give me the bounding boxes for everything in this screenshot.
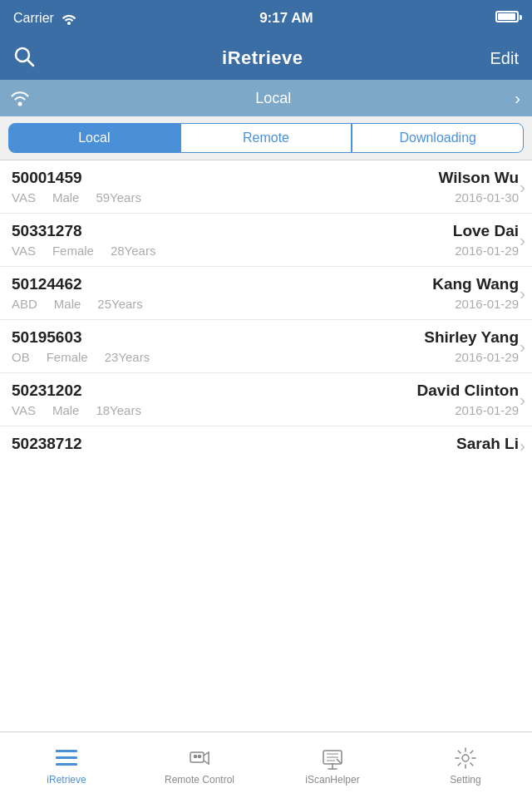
patient-date: 2016-01-29 (455, 297, 519, 311)
patient-age: 18Years (96, 403, 141, 417)
patient-name: Wilson Wu (438, 169, 519, 187)
app-title: iRetrieve (222, 47, 303, 69)
row-chevron-icon: › (520, 337, 525, 356)
row-chevron-icon: › (520, 230, 525, 249)
bottom-tab-iscanhelper-label: iScanHelper (305, 774, 359, 786)
bottom-tab-remote-label: Remote Control (165, 774, 234, 786)
patient-id: 50124462 (12, 275, 82, 293)
status-time: 9:17 AM (259, 10, 313, 27)
carrier-label: Carrier (13, 11, 54, 26)
patient-name: Love Dai (453, 222, 519, 240)
list-icon (54, 746, 79, 771)
table-row[interactable]: 50124462 Kang Wang ABD Male 25Years 2016… (0, 267, 532, 320)
patient-type: OB (12, 350, 30, 364)
bottom-tab-iretrieve[interactable]: iRetrieve (0, 732, 133, 798)
remote-control-icon (187, 746, 212, 771)
patient-gender: Female (52, 244, 94, 258)
patient-id: 50195603 (12, 328, 82, 347)
svg-point-11 (462, 755, 469, 761)
bottom-tab-remote-control[interactable]: Remote Control (133, 732, 266, 798)
tab-local[interactable]: Local (8, 123, 180, 153)
tabs-container: Local Remote Downloading (0, 116, 532, 160)
patient-id: 50331278 (12, 222, 82, 240)
wifi-icon (9, 87, 31, 109)
patient-gender: Male (54, 297, 81, 311)
patient-name: David Clinton (417, 382, 519, 400)
table-row[interactable]: 50331278 Love Dai VAS Female 28Years 201… (0, 214, 532, 267)
patient-date: 2016-01-29 (455, 350, 519, 364)
gear-icon (453, 746, 478, 771)
patient-type: VAS (12, 244, 36, 258)
svg-rect-5 (56, 763, 77, 766)
svg-point-8 (195, 755, 197, 757)
bottom-tab-bar: iRetrieve Remote Control iScanHelper Set (0, 732, 532, 798)
search-button[interactable] (13, 46, 35, 71)
patient-age: 25Years (97, 297, 143, 311)
wifi-status-icon (61, 12, 77, 25)
patient-id: 50001459 (12, 169, 82, 187)
patient-age: 59Years (96, 190, 141, 204)
svg-rect-3 (56, 750, 77, 752)
patient-name: Kang Wang (432, 275, 519, 293)
edit-button[interactable]: Edit (490, 49, 519, 68)
patient-date: 2016-01-29 (455, 403, 519, 417)
scan-helper-icon (320, 746, 345, 771)
row-chevron-icon: › (520, 436, 525, 456)
patient-gender: Female (47, 350, 88, 364)
status-bar: Carrier 9:17 AM (0, 0, 532, 37)
svg-point-9 (199, 755, 201, 757)
nav-bar: iRetrieve Edit (0, 37, 532, 80)
section-header[interactable]: Local › (0, 80, 532, 116)
bottom-tab-iretrieve-label: iRetrieve (47, 774, 86, 786)
patient-date: 2016-01-30 (455, 190, 519, 204)
patient-list: 50001459 Wilson Wu VAS Male 59Years 2016… (0, 160, 532, 465)
row-chevron-icon: › (520, 177, 525, 196)
svg-rect-6 (56, 750, 58, 752)
section-chevron-icon: › (515, 89, 520, 108)
svg-line-1 (27, 60, 33, 66)
svg-point-2 (18, 102, 22, 106)
patient-date: 2016-01-29 (455, 244, 519, 258)
patient-id: 50238712 (12, 435, 82, 453)
patient-type: ABD (12, 297, 37, 311)
table-row[interactable]: 50195603 Shirley Yang OB Female 23Years … (0, 320, 532, 373)
patient-age: 23Years (105, 350, 150, 364)
bottom-tab-iscanhelper[interactable]: iScanHelper (266, 732, 399, 798)
row-chevron-icon: › (520, 283, 525, 303)
bottom-tab-setting[interactable]: Setting (399, 732, 532, 798)
patient-name: Sarah Li (456, 435, 519, 453)
svg-rect-4 (56, 756, 77, 759)
patient-type: VAS (12, 403, 36, 417)
tab-downloading[interactable]: Downloading (352, 123, 524, 153)
table-row[interactable]: 50231202 David Clinton VAS Male 18Years … (0, 373, 532, 426)
table-row[interactable]: 50001459 Wilson Wu VAS Male 59Years 2016… (0, 160, 532, 214)
battery-container (495, 11, 519, 26)
patient-type: VAS (12, 190, 36, 204)
bottom-tab-setting-label: Setting (450, 774, 480, 786)
search-icon (13, 46, 35, 67)
patient-id: 50231202 (12, 382, 82, 400)
table-row[interactable]: 50238712 Sarah Li › (0, 426, 532, 465)
status-left: Carrier (13, 11, 77, 26)
row-chevron-icon: › (520, 390, 525, 409)
patient-age: 28Years (111, 244, 156, 258)
patient-gender: Male (52, 403, 80, 417)
tab-remote[interactable]: Remote (180, 123, 352, 153)
patient-name: Shirley Yang (424, 328, 519, 347)
wifi-section-icon (8, 86, 32, 110)
section-title: Local (32, 90, 515, 107)
patient-gender: Male (52, 190, 80, 204)
